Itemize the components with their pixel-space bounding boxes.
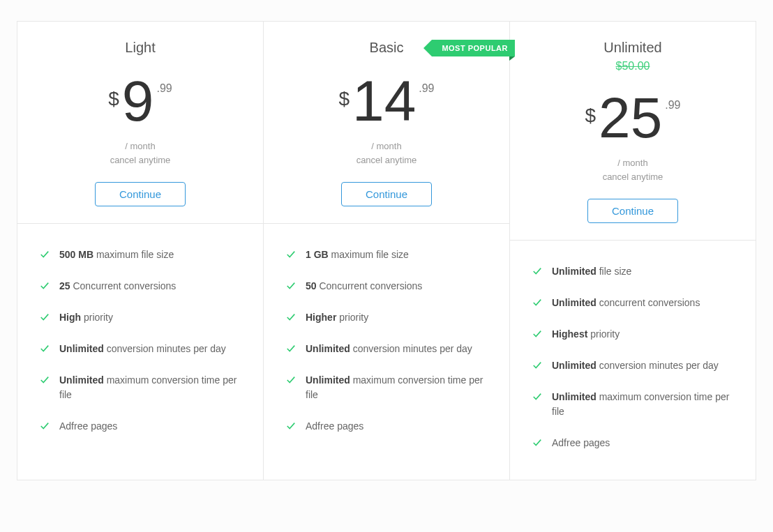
feature-item: 25 Concurrent conversions: [40, 272, 241, 303]
price: $ 9 .99: [31, 73, 249, 130]
feature-item: Unlimited maximum conversion time per fi…: [532, 383, 733, 429]
feature-item: Highest priority: [532, 320, 733, 351]
check-icon: [286, 421, 296, 431]
price-cents: .99: [419, 82, 434, 95]
continue-button[interactable]: Continue: [341, 182, 432, 206]
check-icon: [40, 344, 50, 354]
feature-text: Higher priority: [306, 310, 368, 325]
feature-text: Adfree pages: [306, 419, 363, 434]
feature-item: 1 GB maximum file size: [286, 241, 487, 272]
plan-light: Light $ 9 .99 / month cancel anytime Con…: [17, 22, 264, 480]
feature-text: Unlimited conversion minutes per day: [306, 342, 472, 356]
feature-text: Highest priority: [552, 327, 620, 342]
feature-item: Unlimited conversion minutes per day: [40, 335, 241, 366]
feature-text: High priority: [59, 310, 113, 325]
pricing-table: Light $ 9 .99 / month cancel anytime Con…: [17, 21, 756, 480]
per-month-label: / month: [125, 141, 155, 151]
plan-header: Unlimited $50.00 $ 25 .99 / month cancel…: [510, 22, 756, 241]
feature-item: Unlimited conversion minutes per day: [286, 335, 487, 366]
billing-period: / month cancel anytime: [31, 139, 249, 167]
feature-item: Unlimited maximum conversion time per fi…: [286, 366, 487, 412]
cancel-anytime-label: cancel anytime: [110, 155, 171, 165]
price-dollars: 9: [122, 73, 154, 130]
feature-item: Unlimited maximum conversion time per fi…: [40, 366, 241, 412]
feature-text: Unlimited file size: [552, 264, 631, 279]
feature-item: 500 MB maximum file size: [40, 241, 241, 272]
check-icon: [286, 281, 296, 291]
check-icon: [40, 250, 50, 259]
feature-text: Unlimited conversion minutes per day: [59, 342, 226, 356]
feature-list: 1 GB maximum file size 50 Concurrent con…: [264, 224, 509, 463]
plan-basic: MOST POPULAR Basic $ 14 .99 / month canc…: [264, 22, 510, 480]
cancel-anytime-label: cancel anytime: [603, 172, 663, 182]
feature-list: Unlimited file size Unlimited concurrent…: [510, 241, 756, 480]
feature-list: 500 MB maximum file size 25 Concurrent c…: [17, 224, 263, 463]
currency-symbol: $: [585, 105, 596, 127]
continue-button[interactable]: Continue: [95, 182, 186, 206]
per-month-label: / month: [617, 158, 647, 168]
check-icon: [532, 392, 542, 402]
cancel-anytime-label: cancel anytime: [357, 155, 417, 165]
feature-item: Unlimited concurrent conversions: [532, 289, 733, 320]
currency-symbol: $: [338, 88, 350, 110]
check-icon: [532, 438, 542, 448]
plan-header: Light $ 9 .99 / month cancel anytime Con…: [17, 22, 263, 224]
check-icon: [286, 312, 296, 322]
feature-item: Higher priority: [286, 303, 487, 335]
check-icon: [532, 360, 542, 370]
check-icon: [532, 298, 542, 307]
billing-period: / month cancel anytime: [524, 156, 742, 183]
feature-text: Adfree pages: [552, 436, 610, 450]
check-icon: [286, 344, 296, 354]
feature-text: 1 GB maximum file size: [306, 248, 409, 262]
feature-text: Unlimited conversion minutes per day: [552, 358, 719, 373]
feature-text: Unlimited maximum conversion time per fi…: [552, 390, 733, 419]
feature-text: Adfree pages: [59, 419, 117, 434]
feature-text: 500 MB maximum file size: [59, 248, 174, 262]
billing-period: / month cancel anytime: [278, 139, 495, 167]
price-cents: .99: [665, 99, 680, 112]
check-icon: [532, 329, 542, 339]
price: $ 14 .99: [278, 73, 495, 130]
price-dollars: 25: [599, 89, 662, 146]
plan-name: Light: [31, 40, 249, 56]
check-icon: [532, 266, 542, 276]
check-icon: [40, 421, 50, 431]
feature-item: 50 Concurrent conversions: [286, 272, 487, 303]
plan-name: Unlimited: [524, 40, 742, 56]
check-icon: [40, 375, 50, 385]
feature-item: Adfree pages: [286, 412, 487, 443]
price: $ 25 .99: [524, 89, 742, 146]
feature-item: Adfree pages: [40, 412, 241, 443]
check-icon: [40, 281, 50, 291]
check-icon: [40, 312, 50, 322]
price-dollars: 14: [352, 73, 416, 130]
plan-unlimited: Unlimited $50.00 $ 25 .99 / month cancel…: [510, 22, 756, 480]
feature-text: Unlimited concurrent conversions: [552, 296, 700, 310]
feature-text: 25 Concurrent conversions: [59, 279, 176, 294]
feature-item: Unlimited conversion minutes per day: [532, 351, 733, 383]
per-month-label: / month: [371, 141, 401, 151]
check-icon: [286, 250, 296, 259]
feature-item: High priority: [40, 303, 241, 335]
price-cents: .99: [156, 82, 172, 95]
feature-text: 50 Concurrent conversions: [306, 279, 422, 294]
strike-price: $50.00: [524, 60, 742, 73]
check-icon: [286, 375, 296, 385]
feature-item: Unlimited file size: [532, 257, 733, 289]
feature-text: Unlimited maximum conversion time per fi…: [59, 373, 241, 402]
feature-item: Adfree pages: [532, 429, 733, 460]
most-popular-badge: MOST POPULAR: [432, 40, 515, 56]
feature-text: Unlimited maximum conversion time per fi…: [306, 373, 487, 402]
continue-button[interactable]: Continue: [587, 199, 678, 223]
currency-symbol: $: [108, 88, 119, 110]
